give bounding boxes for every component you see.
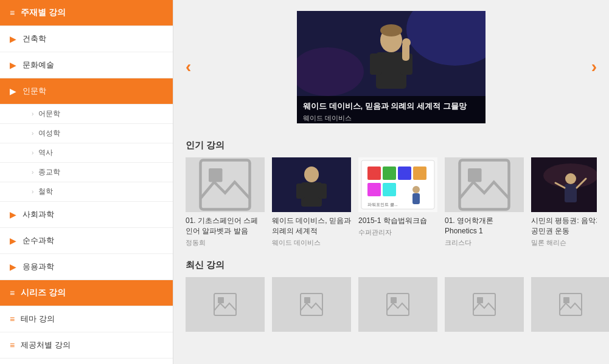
carousel-prev-button[interactable]: ‹ [186,57,191,77]
carousel-next-button[interactable]: › [591,57,597,77]
sidebar-item-social[interactable]: ▶ 사회과학 [0,202,173,228]
svg-rect-43 [477,297,483,303]
sidebar-item-label: 순수과학 [23,235,54,246]
sub-item-label: 철학 [38,187,53,197]
card-title-5: 시민의 평등권: 음악과 공민권 운동 [531,216,597,236]
svg-rect-11 [209,168,223,182]
sidebar-item-label: 문화예술 [23,60,54,70]
arrow-icon: ▶ [10,262,16,272]
card-author-1: 정동희 [186,238,265,247]
carousel-slide: 웨이드 데이비스, 믿음과 의례의 세계적 그믈망 웨이드 데이비스 [297,11,485,123]
card-author-5: 밀론 해리슨 [531,238,597,247]
main-content: ‹ [173,0,609,364]
sidebar-item-pure-science[interactable]: ▶ 순수과학 [0,228,173,254]
sidebar-provider[interactable]: ≡ 제공처별 강의 [0,332,173,359]
card-thumbnail-2 [272,157,351,212]
sidebar-theme[interactable]: ≡ 테마 강의 [0,306,173,332]
latest-thumb-4 [445,277,524,332]
sidebar-item-applied-science[interactable]: ▶ 응용과학 [0,254,173,280]
sub-arrow-icon: › [32,149,33,156]
svg-rect-41 [391,297,397,303]
svg-point-9 [402,38,411,47]
arrow-icon: ▶ [10,60,16,70]
popular-section-title: 인기 강의 [186,140,597,151]
subject-icon: ≡ [10,8,15,18]
svg-rect-38 [301,294,322,315]
carousel-thumbnail [297,11,485,96]
sub-item-religion[interactable]: › 종교학 [0,163,173,182]
latest-thumb-5 [531,277,609,332]
sidebar-header-subject[interactable]: ≡ 주재별 강의 [0,0,173,26]
svg-point-7 [380,24,402,36]
sidebar-item-label: 인문학 [23,86,46,97]
sidebar-item-culture[interactable]: ▶ 문화예술 [0,52,173,78]
sidebar-item-label: 사회과학 [23,209,54,220]
latest-section: 최신 강의 [186,259,597,332]
card-author-3: 수퍼관리자 [358,228,437,237]
sub-arrow-icon: › [32,130,33,137]
latest-card-4[interactable] [445,277,524,332]
card-thumbnail-3: 파워포인트 클... [358,157,437,212]
sub-item-label: 역사 [38,148,53,158]
sidebar-series[interactable]: ≡ 시리즈 강의 [0,280,173,306]
svg-point-32 [565,173,576,184]
sub-arrow-icon: › [32,169,33,176]
svg-rect-20 [383,167,396,180]
latest-card-3[interactable] [358,277,437,332]
sub-arrow-icon: › [32,188,33,195]
popular-card-2[interactable]: 웨이드 데이비스, 믿음과 의례의 세계적 웨이드 데이비스 [272,157,351,247]
popular-card-3[interactable]: 파워포인트 클... 2015-1 학습법워크숍 수퍼관리자 [358,157,437,247]
theme-icon: ≡ [10,314,15,324]
sidebar-series-label: 시리즈 강의 [21,287,66,298]
sub-item-womens-studies[interactable]: › 여성학 [0,124,173,143]
latest-section-title: 최신 강의 [186,259,597,271]
popular-cards-grid: 01. 기초스페인어 스페인어 알파벳과 발음 정동희 웨이드 데이비스, 믿음… [186,157,597,247]
placeholder-icon-4 [445,157,524,212]
arrow-icon: ▶ [10,236,16,246]
latest-card-2[interactable] [272,277,351,332]
sub-item-philosophy[interactable]: › 철학 [0,182,173,202]
sidebar-provider-label: 제공처별 강의 [21,340,71,351]
carousel-title: 웨이드 데이비스, 믿음과 의례의 세계적 그믈망 [303,101,479,112]
latest-card-1[interactable] [186,277,265,332]
svg-rect-24 [383,183,396,196]
svg-rect-5 [370,53,382,75]
card-title-3: 2015-1 학습법워크숍 [358,216,437,226]
sub-item-history[interactable]: › 역사 [0,143,173,163]
sidebar: ≡ 주재별 강의 ▶ 건축학 ▶ 문화예술 ▶ 인문학 › 어문학 › 여성학 … [0,0,173,364]
svg-rect-39 [304,297,310,303]
sidebar-item-label: 건축학 [23,33,46,44]
sub-arrow-icon: › [32,111,33,117]
latest-thumb-1 [186,277,265,332]
svg-point-25 [412,186,420,193]
latest-card-5[interactable] [531,277,609,332]
card-thumbnail-4 [445,157,524,212]
svg-point-13 [304,167,319,182]
arrow-icon: ▶ [10,210,16,219]
svg-rect-40 [387,294,409,315]
popular-card-4[interactable]: 01. 영어학개론 Phonetics 1 크리스다 [445,157,524,247]
popular-card-1[interactable]: 01. 기초스페인어 스페인어 알파벳과 발음 정동희 [186,157,265,247]
svg-rect-19 [367,167,381,180]
sidebar-item-architecture[interactable]: ▶ 건축학 [0,26,173,52]
sidebar-item-humanities[interactable]: ▶ 인문학 [0,78,173,105]
svg-rect-28 [460,160,509,210]
svg-rect-16 [318,184,327,199]
card-author-2: 웨이드 데이비스 [272,238,351,247]
latest-cards-row [186,277,597,332]
carousel-caption: 웨이드 데이비스, 믿음과 의례의 세계적 그믈망 웨이드 데이비스 [297,96,485,123]
sidebar-knowledge[interactable]: ≡ 지식 팩토리 [0,359,173,364]
svg-text:파워포인트 클...: 파워포인트 클... [367,202,398,207]
svg-rect-23 [367,183,381,196]
popular-card-5[interactable]: 시민의 평등권: 음악과 공민권 운동 밀론 해리슨 [531,157,597,247]
provider-icon: ≡ [10,340,15,350]
svg-rect-15 [296,184,305,199]
sub-item-linguistics[interactable]: › 어문학 [0,105,173,124]
arrow-icon: ▶ [10,86,16,96]
svg-rect-44 [560,294,582,315]
sub-item-label: 여성학 [38,128,60,139]
sidebar-theme-label: 테마 강의 [21,314,55,325]
svg-rect-42 [473,294,495,315]
sub-item-label: 종교학 [38,167,60,177]
svg-rect-45 [563,297,569,303]
